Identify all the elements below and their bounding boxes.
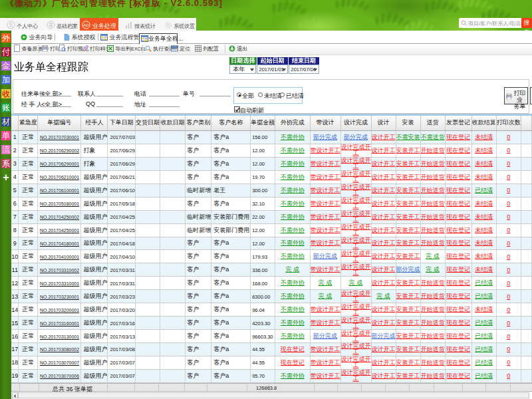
svg-text:AD: AD xyxy=(84,23,90,27)
